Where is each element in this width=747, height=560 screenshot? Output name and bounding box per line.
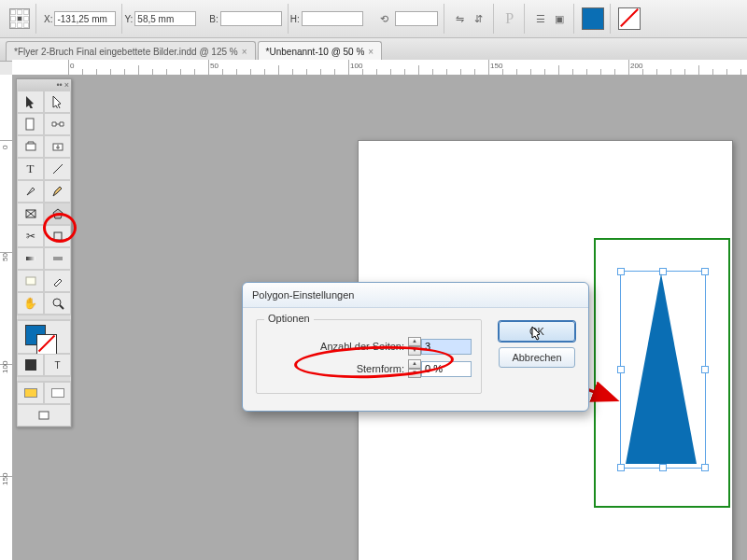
options-legend: Optionen (264, 313, 314, 324)
ok-button[interactable]: OK (499, 321, 575, 342)
formatting-text[interactable] (44, 382, 71, 404)
options-group: Optionen Anzahl der Seiten: ▲▼ Sternform… (256, 319, 482, 394)
rotate-icon[interactable]: ⟲ (376, 10, 393, 27)
y-field[interactable]: 58,5 mm (134, 11, 196, 26)
flip-h-icon[interactable]: ⇋ (452, 10, 469, 27)
fill-stroke-proxy[interactable] (17, 320, 71, 354)
svg-rect-9 (26, 257, 35, 260)
sides-label: Anzahl der Seiten: (320, 341, 404, 352)
svg-line-3 (53, 164, 63, 174)
handle-s[interactable] (659, 464, 667, 471)
sides-spinner[interactable]: ▲▼ (408, 337, 472, 356)
svg-rect-10 (53, 257, 63, 260)
wrap-icon[interactable]: ▣ (551, 10, 568, 27)
close-icon[interactable]: × (368, 47, 374, 57)
tool-gap[interactable] (44, 113, 71, 135)
tool-note[interactable] (17, 270, 44, 292)
close-icon[interactable]: × (242, 47, 247, 57)
svg-rect-1 (26, 144, 35, 150)
toolbox: ••× T ✂ ✋ (16, 78, 72, 427)
svg-rect-14 (39, 412, 49, 419)
polygon-shape[interactable] (624, 273, 698, 464)
handle-se[interactable] (701, 464, 709, 471)
handle-sw[interactable] (617, 464, 625, 471)
tool-eyedropper[interactable] (44, 270, 71, 292)
reference-point-grid[interactable] (9, 8, 30, 29)
tool-page[interactable] (17, 113, 44, 135)
canvas[interactable]: ••× T ✂ ✋ (12, 75, 747, 560)
tool-pen[interactable] (17, 180, 44, 203)
spin-down-icon[interactable]: ▼ (408, 369, 421, 378)
svg-rect-11 (26, 277, 35, 285)
polygon-settings-dialog: Polygon-Einstellungen Optionen Anzahl de… (242, 282, 589, 412)
formatting-container[interactable] (17, 382, 44, 404)
svg-rect-0 (26, 119, 34, 130)
h-label: H: (290, 14, 300, 24)
p-icon[interactable]: P (501, 10, 518, 27)
handle-ne[interactable] (701, 268, 709, 275)
x-field[interactable]: -131,25 mm (54, 11, 116, 26)
h-field[interactable] (302, 11, 363, 26)
svg-marker-7 (53, 209, 63, 218)
rotate-field[interactable] (395, 11, 438, 26)
svg-rect-8 (54, 232, 62, 240)
handle-e[interactable] (701, 366, 709, 373)
control-panel: X: -131,25 mm Y: 58,5 mm B: H: ⟲ ⇋⇵ P ☰ … (0, 0, 747, 38)
star-label: Sternform: (357, 363, 404, 374)
tab-label: *Flyer 2-Bruch Final eingebettete Bilder… (14, 47, 238, 57)
document-tabbar: *Flyer 2-Bruch Final eingebettete Bilder… (0, 38, 747, 62)
tool-scissors[interactable]: ✂ (17, 225, 44, 247)
tab-label: *Unbenannt-10 @ 50 % (266, 47, 365, 57)
spin-up-icon[interactable]: ▲ (408, 337, 421, 346)
annotation-result-box (594, 238, 730, 508)
tool-type[interactable]: T (17, 158, 44, 180)
tool-gradient-feather[interactable] (44, 247, 71, 270)
toolbox-header[interactable]: ••× (17, 79, 71, 91)
sides-input[interactable] (421, 339, 472, 355)
apply-text[interactable]: T (44, 354, 71, 376)
ruler-horizontal[interactable]: 050100150200 (12, 60, 747, 76)
ruler-vertical[interactable]: 050100150200 (0, 75, 13, 560)
svg-marker-15 (626, 273, 697, 464)
svg-point-12 (53, 299, 61, 306)
tab-unbenannt[interactable]: *Unbenannt-10 @ 50 %× (258, 41, 383, 61)
view-mode[interactable] (17, 404, 71, 427)
cancel-label: Abbrechen (512, 352, 561, 363)
apply-color[interactable] (17, 354, 44, 376)
story-icon[interactable]: ☰ (532, 10, 549, 27)
tool-polygon[interactable] (44, 203, 71, 225)
spin-up-icon[interactable]: ▲ (408, 359, 421, 369)
svg-line-13 (60, 305, 63, 309)
star-input[interactable] (421, 361, 472, 377)
tool-selection[interactable] (17, 91, 44, 113)
tool-line[interactable] (44, 158, 71, 180)
spin-down-icon[interactable]: ▼ (408, 346, 421, 356)
dialog-title[interactable]: Polygon-Einstellungen (243, 283, 588, 308)
tool-content-placer[interactable] (44, 135, 71, 158)
tool-rectangle-frame[interactable] (17, 203, 44, 225)
star-spinner[interactable]: ▲▼ (408, 359, 472, 378)
tool-pencil[interactable] (44, 180, 71, 203)
stroke-swatch[interactable] (618, 7, 641, 30)
w-label: B: (209, 14, 218, 24)
tab-flyer[interactable]: *Flyer 2-Bruch Final eingebettete Bilder… (6, 41, 256, 61)
cursor-icon (531, 326, 543, 341)
tool-gradient-swatch[interactable] (17, 247, 44, 270)
tool-free-transform[interactable] (44, 225, 71, 247)
tool-content-collector[interactable] (17, 135, 44, 158)
cancel-button[interactable]: Abbrechen (499, 347, 575, 368)
tool-hand[interactable]: ✋ (17, 292, 44, 315)
flip-v-icon[interactable]: ⇵ (471, 10, 487, 27)
w-field[interactable] (220, 11, 282, 26)
x-label: X: (44, 14, 52, 24)
tool-direct-selection[interactable] (44, 91, 71, 113)
y-label: Y: (124, 14, 133, 24)
tool-zoom[interactable] (44, 292, 71, 315)
fill-swatch[interactable] (582, 7, 604, 30)
